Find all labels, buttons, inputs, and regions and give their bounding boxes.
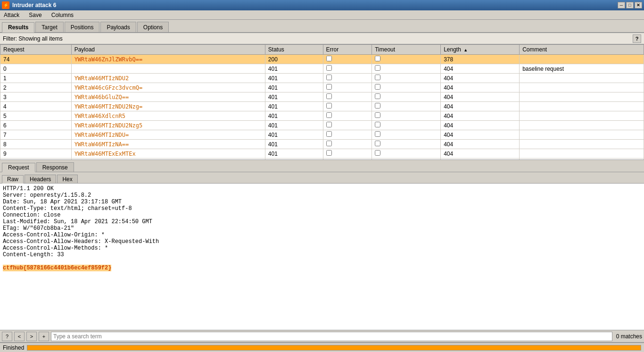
col-payload[interactable]: Payload	[71, 45, 265, 55]
error-checkbox[interactable]	[326, 103, 332, 109]
tab-options[interactable]: Options	[137, 22, 169, 32]
table-row[interactable]: 5YWRtaW46XdlcnR5401404	[0, 111, 644, 121]
col-comment[interactable]: Comment	[520, 45, 644, 55]
table-cell[interactable]	[372, 83, 441, 92]
table-cell[interactable]	[372, 102, 441, 111]
table-cell[interactable]	[323, 74, 372, 83]
timeout-checkbox[interactable]	[375, 65, 380, 71]
table-cell[interactable]	[372, 55, 441, 64]
searchbar: ? < > + 0 matches	[0, 330, 644, 343]
table-cell: YWRtaW46MTIzNDU2	[71, 74, 265, 83]
table-cell[interactable]	[323, 83, 372, 92]
table-row[interactable]: 0401404baseline request	[0, 64, 644, 74]
table-row[interactable]: 1YWRtaW46MTIzNDU2401404	[0, 74, 644, 83]
results-table-scroll[interactable]: Request Payload Status Error Timeout Len…	[0, 44, 644, 159]
timeout-checkbox[interactable]	[375, 93, 380, 99]
error-checkbox[interactable]	[326, 75, 332, 80]
table-cell: YWRtaW46cGFzc3dvcmQ=	[71, 83, 265, 92]
timeout-checkbox[interactable]	[375, 75, 380, 80]
table-cell: 404	[441, 74, 520, 83]
search-prev-button[interactable]: <	[14, 332, 25, 341]
error-checkbox[interactable]	[326, 131, 332, 137]
col-request[interactable]: Request	[0, 45, 72, 55]
tab-positions[interactable]: Positions	[65, 22, 100, 32]
itab-hex[interactable]: Hex	[57, 175, 77, 183]
maximize-button[interactable]: □	[626, 2, 634, 8]
table-cell[interactable]	[323, 111, 372, 121]
table-cell[interactable]	[372, 92, 441, 102]
menu-save[interactable]: Save	[27, 11, 43, 19]
tab-request[interactable]: Request	[2, 163, 35, 172]
table-row[interactable]: 10YWRtaW46MTIzNDU2Nw==401404	[0, 159, 644, 160]
table-cell[interactable]	[372, 159, 441, 160]
table-cell[interactable]	[372, 111, 441, 121]
col-timeout[interactable]: Timeout	[372, 45, 441, 55]
table-row[interactable]: 74YWRtaW46ZnJlZWRvbQ==200378	[0, 55, 644, 64]
table-cell[interactable]	[372, 74, 441, 83]
titlebar-controls[interactable]: ─ □ ✕	[618, 2, 642, 8]
close-button[interactable]: ✕	[635, 2, 642, 8]
table-cell: 10	[0, 159, 72, 160]
table-cell[interactable]	[372, 130, 441, 140]
table-cell: 3	[0, 92, 72, 102]
search-help-button[interactable]: ?	[2, 332, 12, 341]
table-cell: 404	[441, 111, 520, 121]
menu-attack[interactable]: Attack	[2, 11, 21, 19]
table-row[interactable]: 6YWRtaW46MTIzNDU2Nzg5401404	[0, 121, 644, 130]
error-checkbox[interactable]	[326, 122, 332, 127]
error-checkbox[interactable]	[326, 65, 332, 71]
table-row[interactable]: 7YWRtaW46MTIzNDU=401404	[0, 130, 644, 140]
tab-target[interactable]: Target	[35, 22, 63, 32]
itab-headers[interactable]: Headers	[25, 175, 56, 183]
timeout-checkbox[interactable]	[375, 112, 380, 118]
minimize-button[interactable]: ─	[618, 2, 625, 8]
timeout-checkbox[interactable]	[375, 103, 380, 109]
error-checkbox[interactable]	[326, 93, 332, 99]
search-next-button[interactable]: >	[26, 332, 37, 341]
tab-response[interactable]: Response	[36, 162, 74, 172]
tab-payloads[interactable]: Payloads	[100, 22, 136, 32]
timeout-checkbox[interactable]	[375, 131, 380, 137]
table-cell[interactable]	[372, 64, 441, 74]
search-input[interactable]	[51, 332, 612, 341]
error-checkbox[interactable]	[326, 150, 332, 156]
table-row[interactable]: 3YWRtaW46bGluZQ==401404	[0, 92, 644, 102]
table-cell[interactable]	[372, 140, 441, 149]
timeout-checkbox[interactable]	[375, 84, 380, 90]
table-cell[interactable]	[323, 121, 372, 130]
col-status[interactable]: Status	[265, 45, 323, 55]
itab-raw[interactable]: Raw	[2, 175, 24, 184]
error-checkbox[interactable]	[326, 84, 332, 90]
col-error[interactable]: Error	[323, 45, 372, 55]
error-checkbox[interactable]	[326, 112, 332, 118]
match-count: 0 matches	[616, 333, 642, 340]
menu-columns[interactable]: Columns	[50, 11, 75, 19]
timeout-checkbox[interactable]	[375, 56, 380, 61]
timeout-checkbox[interactable]	[375, 122, 380, 127]
table-cell[interactable]	[372, 121, 441, 130]
table-row[interactable]: 2YWRtaW46cGFzc3dvcmQ=401404	[0, 83, 644, 92]
table-cell[interactable]	[323, 130, 372, 140]
table-cell[interactable]	[323, 92, 372, 102]
table-cell[interactable]	[323, 159, 372, 160]
col-length[interactable]: Length ▲	[441, 45, 520, 55]
table-row[interactable]: 9YWRtaW46MTExExMTEx401404	[0, 149, 644, 159]
error-checkbox[interactable]	[326, 141, 332, 146]
tab-results[interactable]: Results	[2, 22, 34, 33]
timeout-checkbox[interactable]	[375, 141, 380, 146]
table-row[interactable]: 8YWRtaW46MTIzNA==401404	[0, 140, 644, 149]
table-cell: 378	[441, 55, 520, 64]
table-cell[interactable]	[323, 55, 372, 64]
table-cell[interactable]	[323, 64, 372, 74]
error-checkbox[interactable]	[326, 56, 332, 61]
table-cell[interactable]	[323, 149, 372, 159]
filter-help-button[interactable]: ?	[633, 34, 641, 43]
timeout-checkbox[interactable]	[375, 150, 380, 156]
table-cell: YWRtaW46ZnJlZWRvbQ==	[71, 55, 265, 64]
filterbar: Filter: Showing all items ?	[0, 33, 644, 44]
table-cell[interactable]	[323, 102, 372, 111]
table-cell[interactable]	[372, 149, 441, 159]
search-add-button[interactable]: +	[39, 332, 49, 341]
table-cell[interactable]	[323, 140, 372, 149]
table-row[interactable]: 4YWRtaW46MTIzNDU2Nzg=401404	[0, 102, 644, 111]
